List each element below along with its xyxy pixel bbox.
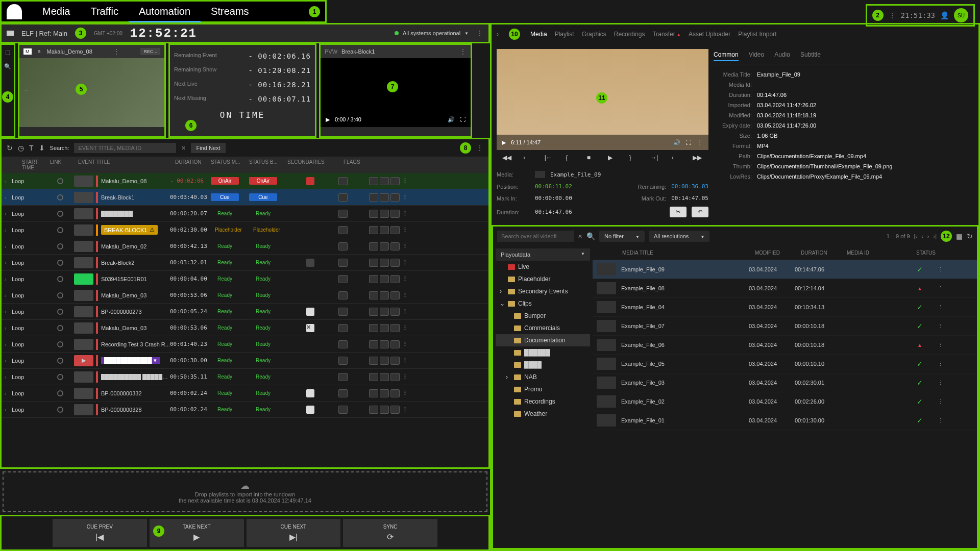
flag-icon[interactable] bbox=[369, 324, 378, 332]
flag-icon[interactable] bbox=[380, 308, 389, 316]
link-indicator[interactable] bbox=[46, 178, 74, 184]
flag-icon[interactable] bbox=[338, 275, 348, 283]
expand-icon[interactable]: › bbox=[506, 373, 511, 381]
page-prev-icon[interactable]: ‹ bbox=[921, 233, 923, 239]
right-tab-media[interactable]: Media bbox=[530, 31, 547, 38]
flag-icon[interactable] bbox=[390, 275, 400, 283]
filter-select[interactable]: No filter ▼ bbox=[599, 231, 645, 242]
rundown-row[interactable]: › Loop Makalu_Demo_03 00:00:53.06 Ready … bbox=[2, 320, 488, 336]
tree-item[interactable]: ›NAB bbox=[496, 371, 590, 383]
flag-icon[interactable] bbox=[338, 357, 348, 365]
file-row[interactable]: Example_File_02 03.04.2024 00:02:26.00 ✓… bbox=[593, 392, 977, 411]
rundown-row[interactable]: › Loop BP-0000000273 00:00:05.24 Ready R… bbox=[2, 304, 488, 320]
tree-item[interactable]: Commercials bbox=[496, 322, 590, 334]
file-menu-icon[interactable]: ⋮ bbox=[938, 266, 943, 273]
expand-icon[interactable]: › bbox=[2, 309, 9, 315]
flag-icon[interactable] bbox=[390, 210, 400, 218]
rundown-row[interactable]: › Loop Makalu_Demo_03 00:00:53.06 Ready … bbox=[2, 287, 488, 304]
col-statusb[interactable]: STATUS B... bbox=[249, 159, 287, 170]
col-media-title[interactable]: MEDIA TITLE bbox=[622, 250, 755, 256]
flag-icon[interactable] bbox=[380, 406, 389, 414]
system-status[interactable]: All systems operational ▼ bbox=[395, 30, 469, 36]
refresh-icon[interactable]: ↻ bbox=[967, 232, 973, 240]
chevron-right-icon[interactable]: › bbox=[497, 31, 499, 38]
mark-in-go-icon[interactable]: |← bbox=[545, 154, 555, 164]
link-indicator[interactable] bbox=[46, 309, 74, 315]
right-tab-graphics[interactable]: Graphics bbox=[582, 31, 606, 38]
meta-tab-subtitle[interactable]: Subtitle bbox=[800, 49, 821, 61]
status-menu-icon[interactable]: ⋮ bbox=[476, 29, 483, 37]
expand-icon[interactable]: › bbox=[2, 243, 9, 249]
col-title[interactable]: EVENT TITLE bbox=[78, 159, 175, 170]
file-row[interactable]: Example_File_07 03.04.2024 00:00:10.18 ✓… bbox=[593, 317, 977, 336]
flag-icon[interactable] bbox=[390, 406, 400, 414]
stop-icon[interactable]: ■ bbox=[587, 154, 597, 164]
settings-menu-icon[interactable]: ⋮ bbox=[889, 11, 896, 19]
rundown-row[interactable]: › Loop Break-Block2 00:03:32.01 Ready Re… bbox=[2, 255, 488, 271]
link-indicator[interactable] bbox=[46, 292, 74, 298]
sync-button[interactable]: SYNC ⟳ bbox=[343, 519, 437, 547]
rewind-fast-icon[interactable]: ◀◀ bbox=[502, 154, 512, 164]
video-menu-icon[interactable]: ⋮ bbox=[696, 138, 703, 146]
panel-icon[interactable]: ▢ bbox=[3, 47, 12, 57]
volume-icon[interactable]: 🔊 bbox=[673, 139, 680, 146]
col-secondaries[interactable]: SECONDARIES bbox=[287, 159, 344, 170]
flag-icon[interactable] bbox=[338, 373, 348, 381]
expand-icon[interactable]: › bbox=[500, 288, 505, 295]
flag-icon[interactable] bbox=[390, 324, 400, 332]
row-menu-icon[interactable]: ⋮ bbox=[400, 276, 410, 282]
flag-icon[interactable] bbox=[390, 193, 400, 202]
expand-icon[interactable]: › bbox=[2, 325, 9, 331]
link-indicator[interactable] bbox=[46, 374, 74, 380]
rundown-row[interactable]: › Loop S039415E001R01 00:00:04.00 Ready … bbox=[2, 271, 488, 287]
flag-icon[interactable] bbox=[369, 259, 378, 267]
rundown-row[interactable]: › Loop BP-0000000328 00:00:02.24 Ready R… bbox=[2, 402, 488, 418]
flag-icon[interactable] bbox=[380, 242, 389, 251]
file-menu-icon[interactable]: ⋮ bbox=[938, 417, 943, 424]
file-menu-icon[interactable]: ⋮ bbox=[938, 398, 943, 405]
bracket-left-icon[interactable]: { bbox=[566, 154, 576, 164]
row-menu-icon[interactable]: ⋮ bbox=[400, 227, 410, 233]
link-indicator[interactable] bbox=[46, 407, 74, 413]
file-menu-icon[interactable]: ⋮ bbox=[938, 380, 943, 386]
play-icon[interactable]: ▶ bbox=[502, 139, 506, 146]
rundown-search-input[interactable] bbox=[74, 143, 176, 153]
forward-fast-icon[interactable]: ▶▶ bbox=[693, 154, 703, 164]
find-next-button[interactable]: Find Next bbox=[191, 143, 225, 153]
flag-icon[interactable] bbox=[369, 389, 378, 397]
expand-icon[interactable]: › bbox=[2, 292, 9, 298]
file-row[interactable]: Example_File_09 03.04.2024 00:14:47.06 ✓… bbox=[593, 260, 977, 279]
tree-item[interactable]: Weather bbox=[496, 408, 590, 420]
expand-icon[interactable]: › bbox=[2, 276, 9, 282]
volume-icon[interactable]: 🔊 bbox=[448, 116, 455, 123]
flag-icon[interactable] bbox=[338, 324, 348, 332]
expand-icon[interactable]: › bbox=[2, 374, 9, 380]
row-menu-icon[interactable]: ⋮ bbox=[400, 292, 410, 298]
play-icon[interactable]: ▶ bbox=[608, 154, 618, 164]
file-row[interactable]: Example_File_08 03.04.2024 00:12:14.04 ▲… bbox=[593, 279, 977, 298]
tree-item[interactable]: ██████ bbox=[496, 346, 590, 359]
mark-out-go-icon[interactable]: →| bbox=[650, 154, 660, 164]
page-last-icon[interactable]: ›| bbox=[933, 233, 937, 239]
expand-icon[interactable]: ⌄ bbox=[500, 300, 505, 307]
expand-icon[interactable]: › bbox=[2, 211, 9, 217]
prev-icon[interactable]: ‹ bbox=[523, 154, 533, 164]
meta-tab-common[interactable]: Common bbox=[714, 49, 739, 61]
flag-icon[interactable] bbox=[380, 275, 389, 283]
rundown-menu-icon[interactable]: ⋮ bbox=[476, 144, 483, 152]
nav-traffic[interactable]: Traffic bbox=[80, 2, 128, 21]
user-avatar[interactable]: SU bbox=[954, 8, 968, 22]
col-status[interactable]: STATUS bbox=[908, 250, 944, 256]
expand-icon[interactable]: › bbox=[2, 178, 9, 184]
flag-icon[interactable] bbox=[380, 357, 389, 365]
expand-icon[interactable]: › bbox=[2, 227, 9, 233]
resolution-select[interactable]: All resolutions ▼ bbox=[649, 231, 709, 242]
row-menu-icon[interactable]: ⋮ bbox=[400, 178, 410, 184]
flag-icon[interactable] bbox=[390, 259, 400, 267]
col-statusm[interactable]: STATUS M... bbox=[211, 159, 249, 170]
flag-icon[interactable] bbox=[380, 373, 389, 381]
right-tab-playlist[interactable]: Playlist bbox=[555, 31, 574, 38]
flag-icon[interactable] bbox=[380, 210, 389, 218]
flag-icon[interactable] bbox=[390, 357, 400, 365]
rundown-row[interactable]: › Loop BREAK-BLOCK1 ⚠ 00:02:30.00 Placeh… bbox=[2, 222, 488, 238]
